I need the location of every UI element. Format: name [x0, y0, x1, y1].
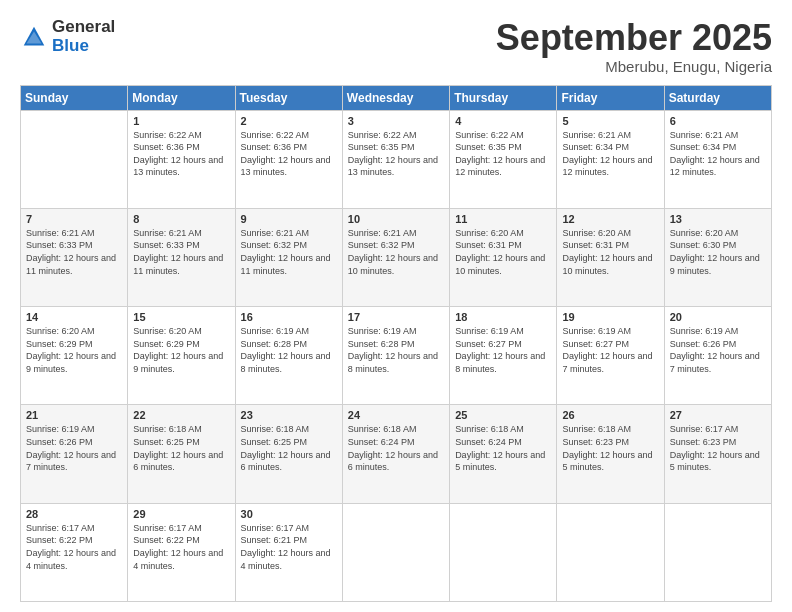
day-info: Sunrise: 6:21 AMSunset: 6:32 PMDaylight:… — [241, 227, 337, 277]
logo-blue: Blue — [52, 37, 115, 56]
day-info: Sunrise: 6:18 AMSunset: 6:24 PMDaylight:… — [455, 423, 551, 473]
day-info: Sunrise: 6:21 AMSunset: 6:32 PMDaylight:… — [348, 227, 444, 277]
calendar-cell: 16Sunrise: 6:19 AMSunset: 6:28 PMDayligh… — [235, 307, 342, 405]
calendar-cell: 27Sunrise: 6:17 AMSunset: 6:23 PMDayligh… — [664, 405, 771, 503]
calendar-cell: 8Sunrise: 6:21 AMSunset: 6:33 PMDaylight… — [128, 208, 235, 306]
day-number: 11 — [455, 213, 551, 225]
day-info: Sunrise: 6:21 AMSunset: 6:34 PMDaylight:… — [562, 129, 658, 179]
day-number: 3 — [348, 115, 444, 127]
calendar-cell: 17Sunrise: 6:19 AMSunset: 6:28 PMDayligh… — [342, 307, 449, 405]
day-info: Sunrise: 6:17 AMSunset: 6:22 PMDaylight:… — [26, 522, 122, 572]
month-title: September 2025 — [496, 18, 772, 58]
day-number: 13 — [670, 213, 766, 225]
day-info: Sunrise: 6:18 AMSunset: 6:25 PMDaylight:… — [241, 423, 337, 473]
day-info: Sunrise: 6:18 AMSunset: 6:24 PMDaylight:… — [348, 423, 444, 473]
calendar-cell: 13Sunrise: 6:20 AMSunset: 6:30 PMDayligh… — [664, 208, 771, 306]
logo-icon — [20, 23, 48, 51]
calendar-week-row: 7Sunrise: 6:21 AMSunset: 6:33 PMDaylight… — [21, 208, 772, 306]
calendar-cell: 15Sunrise: 6:20 AMSunset: 6:29 PMDayligh… — [128, 307, 235, 405]
day-number: 25 — [455, 409, 551, 421]
day-info: Sunrise: 6:19 AMSunset: 6:28 PMDaylight:… — [241, 325, 337, 375]
day-number: 19 — [562, 311, 658, 323]
day-info: Sunrise: 6:19 AMSunset: 6:26 PMDaylight:… — [26, 423, 122, 473]
calendar-cell — [342, 503, 449, 601]
calendar-cell — [557, 503, 664, 601]
weekday-header: Friday — [557, 85, 664, 110]
day-number: 23 — [241, 409, 337, 421]
day-info: Sunrise: 6:20 AMSunset: 6:29 PMDaylight:… — [26, 325, 122, 375]
calendar-cell — [21, 110, 128, 208]
day-number: 7 — [26, 213, 122, 225]
day-number: 28 — [26, 508, 122, 520]
calendar-cell: 23Sunrise: 6:18 AMSunset: 6:25 PMDayligh… — [235, 405, 342, 503]
day-info: Sunrise: 6:19 AMSunset: 6:27 PMDaylight:… — [562, 325, 658, 375]
day-number: 21 — [26, 409, 122, 421]
day-number: 9 — [241, 213, 337, 225]
day-info: Sunrise: 6:17 AMSunset: 6:22 PMDaylight:… — [133, 522, 229, 572]
day-number: 2 — [241, 115, 337, 127]
day-info: Sunrise: 6:22 AMSunset: 6:36 PMDaylight:… — [133, 129, 229, 179]
day-info: Sunrise: 6:18 AMSunset: 6:25 PMDaylight:… — [133, 423, 229, 473]
calendar-cell: 5Sunrise: 6:21 AMSunset: 6:34 PMDaylight… — [557, 110, 664, 208]
day-info: Sunrise: 6:22 AMSunset: 6:35 PMDaylight:… — [455, 129, 551, 179]
day-info: Sunrise: 6:21 AMSunset: 6:33 PMDaylight:… — [26, 227, 122, 277]
calendar-cell: 24Sunrise: 6:18 AMSunset: 6:24 PMDayligh… — [342, 405, 449, 503]
weekday-header: Tuesday — [235, 85, 342, 110]
day-info: Sunrise: 6:22 AMSunset: 6:36 PMDaylight:… — [241, 129, 337, 179]
calendar-cell: 14Sunrise: 6:20 AMSunset: 6:29 PMDayligh… — [21, 307, 128, 405]
location: Mberubu, Enugu, Nigeria — [496, 58, 772, 75]
day-number: 4 — [455, 115, 551, 127]
day-info: Sunrise: 6:19 AMSunset: 6:27 PMDaylight:… — [455, 325, 551, 375]
calendar-cell: 3Sunrise: 6:22 AMSunset: 6:35 PMDaylight… — [342, 110, 449, 208]
day-number: 1 — [133, 115, 229, 127]
logo: General Blue — [20, 18, 115, 55]
calendar-week-row: 1Sunrise: 6:22 AMSunset: 6:36 PMDaylight… — [21, 110, 772, 208]
day-info: Sunrise: 6:22 AMSunset: 6:35 PMDaylight:… — [348, 129, 444, 179]
day-number: 29 — [133, 508, 229, 520]
day-number: 12 — [562, 213, 658, 225]
calendar-cell — [664, 503, 771, 601]
day-number: 15 — [133, 311, 229, 323]
day-info: Sunrise: 6:19 AMSunset: 6:26 PMDaylight:… — [670, 325, 766, 375]
page: General Blue September 2025 Mberubu, Enu… — [0, 0, 792, 612]
weekday-header: Saturday — [664, 85, 771, 110]
logo-text: General Blue — [52, 18, 115, 55]
calendar-week-row: 14Sunrise: 6:20 AMSunset: 6:29 PMDayligh… — [21, 307, 772, 405]
calendar-cell: 20Sunrise: 6:19 AMSunset: 6:26 PMDayligh… — [664, 307, 771, 405]
calendar-cell: 18Sunrise: 6:19 AMSunset: 6:27 PMDayligh… — [450, 307, 557, 405]
day-number: 17 — [348, 311, 444, 323]
day-number: 20 — [670, 311, 766, 323]
day-number: 30 — [241, 508, 337, 520]
calendar: SundayMondayTuesdayWednesdayThursdayFrid… — [20, 85, 772, 602]
day-info: Sunrise: 6:20 AMSunset: 6:31 PMDaylight:… — [562, 227, 658, 277]
day-info: Sunrise: 6:19 AMSunset: 6:28 PMDaylight:… — [348, 325, 444, 375]
calendar-week-row: 21Sunrise: 6:19 AMSunset: 6:26 PMDayligh… — [21, 405, 772, 503]
day-number: 8 — [133, 213, 229, 225]
calendar-cell: 19Sunrise: 6:19 AMSunset: 6:27 PMDayligh… — [557, 307, 664, 405]
calendar-cell: 22Sunrise: 6:18 AMSunset: 6:25 PMDayligh… — [128, 405, 235, 503]
calendar-cell: 28Sunrise: 6:17 AMSunset: 6:22 PMDayligh… — [21, 503, 128, 601]
day-number: 18 — [455, 311, 551, 323]
weekday-header-row: SundayMondayTuesdayWednesdayThursdayFrid… — [21, 85, 772, 110]
day-info: Sunrise: 6:17 AMSunset: 6:23 PMDaylight:… — [670, 423, 766, 473]
calendar-cell: 12Sunrise: 6:20 AMSunset: 6:31 PMDayligh… — [557, 208, 664, 306]
day-number: 22 — [133, 409, 229, 421]
day-info: Sunrise: 6:20 AMSunset: 6:30 PMDaylight:… — [670, 227, 766, 277]
day-info: Sunrise: 6:18 AMSunset: 6:23 PMDaylight:… — [562, 423, 658, 473]
calendar-cell: 9Sunrise: 6:21 AMSunset: 6:32 PMDaylight… — [235, 208, 342, 306]
calendar-cell: 26Sunrise: 6:18 AMSunset: 6:23 PMDayligh… — [557, 405, 664, 503]
day-number: 6 — [670, 115, 766, 127]
calendar-cell: 6Sunrise: 6:21 AMSunset: 6:34 PMDaylight… — [664, 110, 771, 208]
weekday-header: Sunday — [21, 85, 128, 110]
calendar-cell: 11Sunrise: 6:20 AMSunset: 6:31 PMDayligh… — [450, 208, 557, 306]
header: General Blue September 2025 Mberubu, Enu… — [20, 18, 772, 75]
weekday-header: Thursday — [450, 85, 557, 110]
logo-general: General — [52, 18, 115, 37]
calendar-cell: 10Sunrise: 6:21 AMSunset: 6:32 PMDayligh… — [342, 208, 449, 306]
calendar-cell: 21Sunrise: 6:19 AMSunset: 6:26 PMDayligh… — [21, 405, 128, 503]
day-info: Sunrise: 6:17 AMSunset: 6:21 PMDaylight:… — [241, 522, 337, 572]
calendar-week-row: 28Sunrise: 6:17 AMSunset: 6:22 PMDayligh… — [21, 503, 772, 601]
day-number: 14 — [26, 311, 122, 323]
calendar-cell: 1Sunrise: 6:22 AMSunset: 6:36 PMDaylight… — [128, 110, 235, 208]
calendar-cell — [450, 503, 557, 601]
